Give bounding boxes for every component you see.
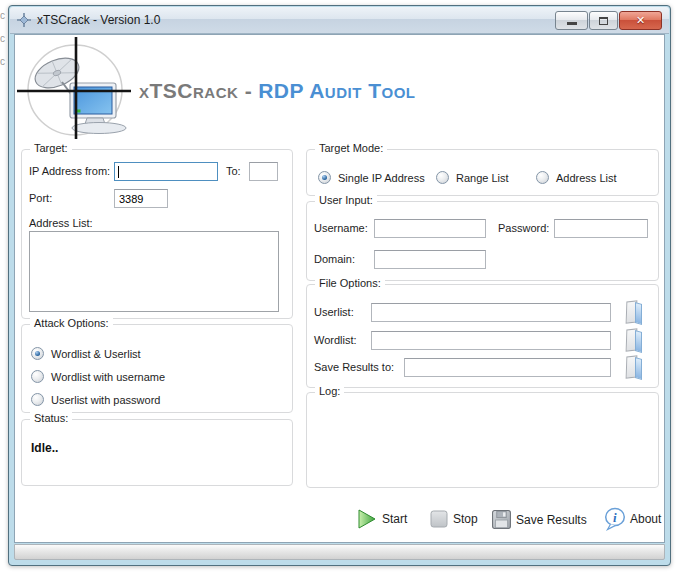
status-legend: Status: (30, 412, 72, 424)
user-input-group: User Input: (306, 201, 659, 281)
header-brand: xTSCrack - (139, 79, 252, 102)
ip-from-label: IP Address from: (29, 165, 110, 177)
attack-options-legend: Attack Options: (30, 317, 113, 329)
radio-icon (436, 171, 449, 184)
port-input[interactable] (114, 189, 168, 208)
domain-label: Domain: (314, 253, 355, 265)
port-label: Port: (29, 192, 52, 204)
maximize-button[interactable] (589, 11, 618, 30)
header-product: RDP Audit Tool (258, 79, 415, 102)
radio-userlist-password[interactable]: Userlist with password (31, 393, 160, 406)
save-results-input[interactable] (404, 358, 611, 377)
log-group: Log: (306, 392, 659, 488)
title-bar[interactable]: xTSCrack - Version 1.0 ✕ (10, 7, 669, 34)
ip-to-input[interactable] (249, 162, 278, 181)
status-value: Idle.. (31, 441, 58, 455)
radio-icon (536, 171, 549, 184)
window-controls: ✕ (555, 11, 662, 30)
radio-range-list[interactable]: Range List (436, 171, 509, 184)
stop-button[interactable]: Stop (429, 509, 478, 529)
address-list-box[interactable] (29, 231, 279, 312)
background-edge-text: c c c (0, 4, 8, 73)
radio-icon (31, 370, 44, 383)
window-title: xTSCrack - Version 1.0 (37, 13, 160, 27)
userlist-label: Userlist: (314, 306, 354, 318)
radio-icon (31, 393, 44, 406)
ip-to-label: To: (226, 165, 241, 177)
password-label: Password: (498, 222, 549, 234)
userlist-browse-folder-icon[interactable] (623, 297, 643, 325)
radio-wordlist-userlist[interactable]: Wordlist & Userlist (31, 347, 141, 360)
ip-from-input[interactable] (114, 162, 218, 181)
start-button[interactable]: Start (356, 508, 407, 530)
svg-text:i: i (613, 510, 617, 525)
address-list-label: Address List: (29, 217, 93, 229)
userlist-input[interactable] (371, 303, 611, 322)
close-icon: ✕ (636, 14, 645, 27)
info-icon: i (604, 507, 626, 531)
radio-wordlist-username[interactable]: Wordlist with username (31, 370, 165, 383)
save-results-to-label: Save Results to: (314, 361, 394, 373)
user-input-legend: User Input: (315, 194, 377, 206)
minimize-icon (567, 22, 577, 25)
file-options-legend: File Options: (315, 277, 385, 289)
stop-icon (429, 509, 449, 529)
radio-icon (31, 347, 44, 360)
minimize-button[interactable] (555, 11, 588, 30)
password-input[interactable] (554, 219, 648, 238)
save-icon (491, 509, 512, 530)
wordlist-input[interactable] (371, 331, 611, 350)
save-results-browse-folder-icon[interactable] (623, 352, 643, 380)
maximize-icon (599, 17, 608, 25)
log-legend: Log: (315, 385, 344, 397)
wordlist-browse-folder-icon[interactable] (623, 325, 643, 353)
target-mode-legend: Target Mode: (315, 142, 387, 154)
header-title: xTSCrack -RDP Audit Tool (139, 79, 416, 103)
app-logo (17, 37, 137, 139)
window-status-bar (14, 544, 665, 560)
client-area: xTSCrack -RDP Audit Tool Target: IP Addr… (14, 34, 665, 543)
save-results-button[interactable]: Save Results (491, 509, 587, 530)
status-group: Status: (21, 419, 293, 486)
close-button[interactable]: ✕ (619, 11, 662, 30)
app-crosshair-icon (16, 12, 32, 28)
radio-address-list[interactable]: Address List (536, 171, 617, 184)
username-input[interactable] (374, 219, 486, 238)
about-button[interactable]: i About (604, 507, 661, 531)
text-caret (118, 166, 119, 178)
radio-icon (318, 171, 331, 184)
username-label: Username: (314, 222, 368, 234)
domain-input[interactable] (374, 250, 486, 269)
app-window: xTSCrack - Version 1.0 ✕ (8, 5, 671, 566)
log-content[interactable] (311, 401, 654, 483)
radio-single-ip[interactable]: Single IP Address (318, 171, 425, 184)
play-icon (356, 508, 378, 530)
wordlist-label: Wordlist: (314, 334, 357, 346)
target-legend: Target: (30, 142, 72, 154)
